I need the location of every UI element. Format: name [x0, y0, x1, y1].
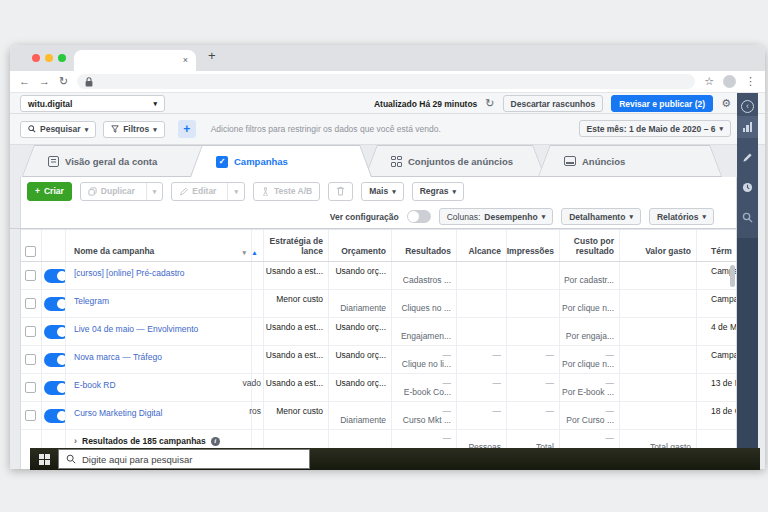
- search-button-label: Pesquisar: [40, 124, 81, 134]
- windows-start-icon[interactable]: [39, 454, 50, 465]
- row-checkbox[interactable]: [25, 298, 36, 309]
- campaign-toggle[interactable]: [44, 269, 65, 283]
- budget-sub: Diariamente: [340, 415, 386, 425]
- results-count: Resultados de 185 campanhas: [82, 436, 206, 446]
- tab-ads[interactable]: Anúncios: [538, 145, 722, 177]
- settings-gear-icon[interactable]: ⚙: [721, 98, 731, 109]
- search-button[interactable]: Pesquisar ▾: [20, 121, 96, 138]
- campaign-name-link[interactable]: Curso Marketing Digital: [74, 408, 162, 418]
- reports-button[interactable]: Relatórios ▾: [649, 208, 714, 225]
- row-checkbox[interactable]: [25, 326, 36, 337]
- sidebar-edit-button[interactable]: [737, 146, 758, 168]
- budget-sub: Diariamente: [340, 303, 386, 313]
- campaign-name-link[interactable]: Telegram: [74, 296, 109, 306]
- header-checkbox-cell[interactable]: [21, 230, 41, 261]
- table-row: Curso Marketing Digital ros Menor custo …: [21, 402, 736, 430]
- header-spent[interactable]: Valor gasto: [619, 230, 696, 261]
- row-checkbox[interactable]: [25, 270, 36, 281]
- campaign-name-link[interactable]: Nova marca — Tráfego: [74, 352, 162, 362]
- campaign-toggle[interactable]: [44, 353, 65, 367]
- campaign-toggle[interactable]: [44, 297, 65, 311]
- table-row: E-book RD vado Usando a est... Usando or…: [21, 374, 736, 402]
- ab-test-button[interactable]: Teste A/B: [253, 182, 320, 201]
- tab-ad-sets[interactable]: Conjuntos de anúncios: [365, 145, 545, 177]
- new-tab-button[interactable]: +: [208, 48, 216, 63]
- window-controls[interactable]: [32, 54, 66, 62]
- discard-drafts-button[interactable]: Descartar rascunhos: [503, 95, 604, 112]
- minimize-window-button[interactable]: [45, 54, 53, 62]
- duplicate-button[interactable]: Duplicar ▾: [80, 182, 164, 201]
- campaign-name-link[interactable]: Live 04 de maio — Envolvimento: [74, 324, 198, 334]
- sidebar-zoom-button[interactable]: [737, 206, 758, 228]
- chevron-down-icon[interactable]: ▾: [227, 183, 244, 200]
- edit-button[interactable]: Editar ▾: [171, 182, 245, 201]
- reach-cell: —: [493, 406, 502, 416]
- reload-icon[interactable]: ↻: [59, 76, 68, 87]
- budget-cell: Usando orç...: [335, 322, 386, 332]
- results-label: Cliques no ...: [401, 303, 451, 313]
- close-window-button[interactable]: [32, 54, 40, 62]
- rules-button-label: Regras: [420, 186, 449, 196]
- add-filter-button[interactable]: +: [178, 120, 196, 138]
- header-budget[interactable]: Orçamento: [328, 230, 391, 261]
- browser-tab[interactable]: ×: [74, 50, 196, 71]
- select-all-checkbox[interactable]: [25, 246, 36, 257]
- table-header-row: Nome da campanha▾ ▲ Estratégia de lance …: [21, 229, 736, 262]
- campaigns-table: Nome da campanha▾ ▲ Estratégia de lance …: [21, 229, 736, 469]
- header-results[interactable]: Resultados: [391, 230, 456, 261]
- header-bid-strategy[interactable]: Estratégia de lance: [263, 230, 328, 261]
- bookmark-star-icon[interactable]: ☆: [704, 76, 714, 87]
- collapse-sidebar-button[interactable]: ‹: [737, 95, 758, 117]
- campaigns-folder-icon: ✓: [216, 156, 228, 168]
- delete-button[interactable]: [328, 182, 353, 201]
- sidebar-history-button[interactable]: [737, 176, 758, 198]
- tab-campaigns[interactable]: ✓Campanhas: [190, 145, 372, 177]
- columns-selector[interactable]: Colunas: Desempenho ▾: [439, 208, 553, 225]
- edit-pencil-icon: [179, 187, 188, 196]
- tab-account-overview[interactable]: Visão geral da conta: [22, 145, 218, 177]
- more-button[interactable]: Mais ▾: [361, 182, 403, 201]
- maximize-window-button[interactable]: [58, 54, 66, 62]
- forward-icon[interactable]: →: [39, 76, 50, 87]
- table-scrollbar[interactable]: [730, 265, 735, 287]
- row-checkbox[interactable]: [25, 354, 36, 365]
- filters-button[interactable]: Filtros ▾: [103, 121, 165, 138]
- campaign-name-link[interactable]: E-book RD: [74, 380, 116, 390]
- campaign-toggle[interactable]: [44, 381, 65, 395]
- back-icon[interactable]: ←: [19, 76, 30, 87]
- date-range-selector[interactable]: Este mês: 1 de Maio de 2020 – 6 ▾: [579, 120, 732, 137]
- browser-menu-icon[interactable]: ⋮: [745, 76, 756, 87]
- row-checkbox[interactable]: [25, 382, 36, 393]
- refresh-icon[interactable]: ↻: [485, 98, 494, 109]
- row-checkbox[interactable]: [25, 410, 36, 421]
- results-label: Engajamen...: [401, 331, 451, 341]
- breakdown-button[interactable]: Detalhamento ▾: [561, 208, 641, 225]
- header-name[interactable]: Nome da campanha▾: [65, 230, 251, 261]
- rules-button[interactable]: Regras ▾: [412, 182, 464, 201]
- campaign-name-link[interactable]: [cursos] [online] Pré-cadastro: [74, 268, 185, 278]
- account-selector[interactable]: witu.digital ▾: [20, 95, 165, 112]
- url-field[interactable]: [77, 74, 695, 89]
- browser-avatar[interactable]: [723, 75, 736, 88]
- header-reach[interactable]: Alcance: [456, 230, 506, 261]
- header-end[interactable]: Térm: [696, 230, 736, 261]
- header-cost[interactable]: Custo por resultado: [559, 230, 619, 261]
- expand-chevron-icon[interactable]: ›: [74, 436, 77, 446]
- duplicate-icon: [88, 187, 97, 196]
- campaign-toggle[interactable]: [44, 409, 65, 423]
- view-setup-toggle[interactable]: [407, 210, 431, 223]
- taskbar-search-box[interactable]: Digite aqui para pesquisar: [58, 449, 310, 469]
- sidebar-charts-button[interactable]: [737, 116, 758, 138]
- chevron-down-icon: ▾: [719, 125, 723, 132]
- campaign-toggle[interactable]: [44, 325, 65, 339]
- info-icon[interactable]: i: [211, 437, 220, 446]
- results-label: E-book Co...: [404, 387, 451, 397]
- review-publish-button[interactable]: Revisar e publicar (2): [611, 95, 713, 112]
- close-tab-icon[interactable]: ×: [183, 56, 188, 65]
- end-date-cell: 4 de Mai: [711, 322, 736, 332]
- sort-caret-icon[interactable]: ▾: [242, 249, 246, 257]
- chevron-down-icon[interactable]: ▾: [146, 183, 163, 200]
- header-impressions[interactable]: Impressões: [506, 230, 559, 261]
- create-button[interactable]: + Criar: [27, 182, 72, 201]
- header-delivery[interactable]: ▲: [251, 230, 263, 261]
